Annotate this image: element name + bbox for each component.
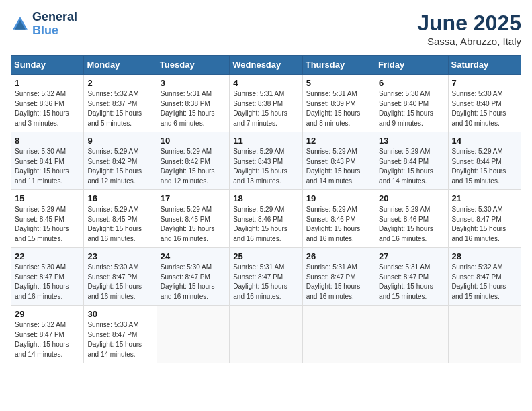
calendar-cell: 12Sunrise: 5:29 AMSunset: 8:43 PMDayligh… [302,132,375,190]
cell-info: Sunrise: 5:31 AMSunset: 8:38 PMDaylight:… [161,89,226,128]
calendar-cell: 26Sunrise: 5:31 AMSunset: 8:47 PMDayligh… [302,248,375,306]
cell-info: Sunrise: 5:32 AMSunset: 8:36 PMDaylight:… [15,89,80,128]
day-number: 4 [233,78,298,88]
cell-info: Sunrise: 5:32 AMSunset: 8:37 PMDaylight:… [87,89,152,128]
calendar-cell: 28Sunrise: 5:32 AMSunset: 8:47 PMDayligh… [448,248,521,306]
cell-info: Sunrise: 5:29 AMSunset: 8:45 PMDaylight:… [15,205,80,244]
day-number: 11 [233,136,298,146]
day-number: 9 [87,136,152,146]
week-row-2: 8Sunrise: 5:30 AMSunset: 8:41 PMDaylight… [11,132,521,190]
calendar-cell: 23Sunrise: 5:30 AMSunset: 8:47 PMDayligh… [84,248,157,306]
cell-info: Sunrise: 5:29 AMSunset: 8:44 PMDaylight:… [452,147,517,186]
week-row-1: 1Sunrise: 5:32 AMSunset: 8:36 PMDaylight… [11,75,521,132]
calendar-cell: 15Sunrise: 5:29 AMSunset: 8:45 PMDayligh… [11,190,84,248]
calendar-cell: 13Sunrise: 5:29 AMSunset: 8:44 PMDayligh… [375,132,448,190]
calendar-cell: 11Sunrise: 5:29 AMSunset: 8:43 PMDayligh… [230,132,302,190]
day-number: 5 [306,78,371,88]
calendar-cell: 19Sunrise: 5:29 AMSunset: 8:46 PMDayligh… [302,190,375,248]
cell-info: Sunrise: 5:29 AMSunset: 8:42 PMDaylight:… [161,147,226,186]
calendar-cell [230,306,302,363]
cell-info: Sunrise: 5:30 AMSunset: 8:47 PMDaylight:… [161,263,226,302]
weekday-friday: Friday [375,56,448,75]
day-number: 17 [161,193,226,203]
calendar-cell [157,306,229,363]
cell-info: Sunrise: 5:33 AMSunset: 8:47 PMDaylight:… [87,320,152,359]
cell-info: Sunrise: 5:31 AMSunset: 8:47 PMDaylight:… [233,263,298,302]
day-number: 22 [15,251,80,261]
calendar-cell [448,306,521,363]
cell-info: Sunrise: 5:31 AMSunset: 8:38 PMDaylight:… [233,89,298,128]
day-number: 2 [87,78,152,88]
calendar-cell: 18Sunrise: 5:29 AMSunset: 8:46 PMDayligh… [230,190,302,248]
weekday-header-row: SundayMondayTuesdayWednesdayThursdayFrid… [11,56,521,75]
weekday-sunday: Sunday [11,56,84,75]
calendar-cell: 10Sunrise: 5:29 AMSunset: 8:42 PMDayligh… [157,132,229,190]
day-number: 29 [15,309,80,319]
day-number: 16 [87,193,152,203]
cell-info: Sunrise: 5:30 AMSunset: 8:47 PMDaylight:… [452,205,517,244]
logo-text: General Blue [32,11,77,38]
calendar-table: SundayMondayTuesdayWednesdayThursdayFrid… [11,55,521,363]
day-number: 3 [161,78,226,88]
cell-info: Sunrise: 5:30 AMSunset: 8:47 PMDaylight:… [15,263,80,302]
calendar-cell: 3Sunrise: 5:31 AMSunset: 8:38 PMDaylight… [157,75,229,132]
day-number: 28 [452,251,517,261]
calendar-cell [375,306,448,363]
cell-info: Sunrise: 5:29 AMSunset: 8:46 PMDaylight:… [233,205,298,244]
day-number: 23 [87,251,152,261]
logo: General Blue [11,11,77,38]
cell-info: Sunrise: 5:30 AMSunset: 8:41 PMDaylight:… [15,147,80,186]
calendar-cell: 16Sunrise: 5:29 AMSunset: 8:45 PMDayligh… [84,190,157,248]
day-number: 27 [379,251,444,261]
page-header: General Blue June 2025 Sassa, Abruzzo, I… [11,11,521,47]
weekday-thursday: Thursday [302,56,375,75]
title-block: June 2025 Sassa, Abruzzo, Italy [417,11,521,47]
weekday-tuesday: Tuesday [157,56,229,75]
calendar-cell: 14Sunrise: 5:29 AMSunset: 8:44 PMDayligh… [448,132,521,190]
day-number: 19 [306,193,371,203]
month-title: June 2025 [417,11,521,36]
calendar-cell: 20Sunrise: 5:29 AMSunset: 8:46 PMDayligh… [375,190,448,248]
location-title: Sassa, Abruzzo, Italy [417,36,521,47]
cell-info: Sunrise: 5:29 AMSunset: 8:43 PMDaylight:… [306,147,371,186]
cell-info: Sunrise: 5:32 AMSunset: 8:47 PMDaylight:… [452,263,517,302]
cell-info: Sunrise: 5:30 AMSunset: 8:40 PMDaylight:… [452,89,517,128]
day-number: 20 [379,193,444,203]
week-row-3: 15Sunrise: 5:29 AMSunset: 8:45 PMDayligh… [11,190,521,248]
calendar-cell: 21Sunrise: 5:30 AMSunset: 8:47 PMDayligh… [448,190,521,248]
cell-info: Sunrise: 5:29 AMSunset: 8:42 PMDaylight:… [87,147,152,186]
calendar-cell: 5Sunrise: 5:31 AMSunset: 8:39 PMDaylight… [302,75,375,132]
calendar-cell: 6Sunrise: 5:30 AMSunset: 8:40 PMDaylight… [375,75,448,132]
calendar-cell: 30Sunrise: 5:33 AMSunset: 8:47 PMDayligh… [84,306,157,363]
day-number: 14 [452,136,517,146]
cell-info: Sunrise: 5:29 AMSunset: 8:46 PMDaylight:… [379,205,444,244]
day-number: 10 [161,136,226,146]
cell-info: Sunrise: 5:31 AMSunset: 8:47 PMDaylight:… [306,263,371,302]
day-number: 15 [15,193,80,203]
calendar-cell: 7Sunrise: 5:30 AMSunset: 8:40 PMDaylight… [448,75,521,132]
week-row-5: 29Sunrise: 5:32 AMSunset: 8:47 PMDayligh… [11,306,521,363]
cell-info: Sunrise: 5:30 AMSunset: 8:40 PMDaylight:… [379,89,444,128]
cell-info: Sunrise: 5:30 AMSunset: 8:47 PMDaylight:… [87,263,152,302]
day-number: 1 [15,78,80,88]
cell-info: Sunrise: 5:29 AMSunset: 8:45 PMDaylight:… [161,205,226,244]
day-number: 24 [161,251,226,261]
calendar-cell: 2Sunrise: 5:32 AMSunset: 8:37 PMDaylight… [84,75,157,132]
calendar-cell [302,306,375,363]
cell-info: Sunrise: 5:29 AMSunset: 8:44 PMDaylight:… [379,147,444,186]
cell-info: Sunrise: 5:31 AMSunset: 8:47 PMDaylight:… [379,263,444,302]
calendar-cell: 25Sunrise: 5:31 AMSunset: 8:47 PMDayligh… [230,248,302,306]
week-row-4: 22Sunrise: 5:30 AMSunset: 8:47 PMDayligh… [11,248,521,306]
day-number: 18 [233,193,298,203]
day-number: 13 [379,136,444,146]
cell-info: Sunrise: 5:29 AMSunset: 8:46 PMDaylight:… [306,205,371,244]
day-number: 7 [452,78,517,88]
weekday-saturday: Saturday [448,56,521,75]
cell-info: Sunrise: 5:29 AMSunset: 8:43 PMDaylight:… [233,147,298,186]
day-number: 21 [452,193,517,203]
calendar-cell: 24Sunrise: 5:30 AMSunset: 8:47 PMDayligh… [157,248,229,306]
calendar-body: 1Sunrise: 5:32 AMSunset: 8:36 PMDaylight… [11,75,521,363]
cell-info: Sunrise: 5:31 AMSunset: 8:39 PMDaylight:… [306,89,371,128]
calendar-cell: 29Sunrise: 5:32 AMSunset: 8:47 PMDayligh… [11,306,84,363]
day-number: 12 [306,136,371,146]
